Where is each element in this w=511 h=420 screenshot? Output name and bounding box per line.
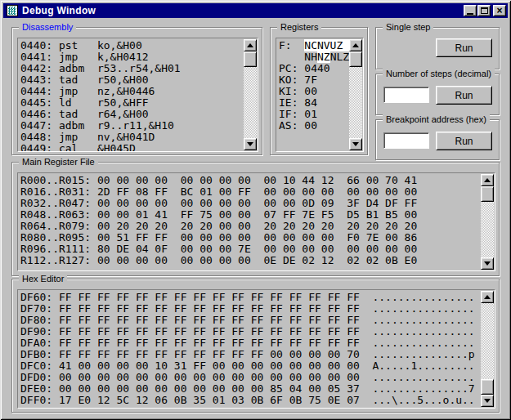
scroll-track[interactable]	[481, 202, 494, 257]
scroll-up-button[interactable]	[244, 39, 257, 51]
hex-editor-line: DF70: FF FF FF FF FF FF FF FF FF FF FF F…	[20, 303, 495, 315]
disassembly-line: 0441: jmp k,&H0412	[20, 51, 258, 63]
disassembly-listbox[interactable]: 0440: pst ko,&H000441: jmp k,&H04120442:…	[17, 38, 258, 152]
flags-prefix: F:	[279, 39, 304, 51]
scroll-thumb[interactable]	[349, 51, 362, 67]
scroll-up-button[interactable]	[349, 39, 362, 51]
breakpoint-run-button[interactable]: Run	[436, 132, 492, 150]
hex-editor-line: DFB0: FF FF FF FF FF FF FF FF FF FF FF 0…	[20, 349, 495, 360]
hex-editor-line: DFD0: 00 00 00 00 00 00 00 00 00 00 00 0…	[20, 372, 495, 383]
scroll-thumb[interactable]	[481, 186, 494, 202]
register-file-line: R016..R031: 2D FF 08 FF BC 01 00 FF 00 0…	[20, 186, 495, 198]
maximize-button[interactable]	[477, 5, 491, 16]
registers-group: Registers F: NCNVUZ NHNZNLZ PC: 0440KO: …	[270, 27, 368, 155]
scroll-track[interactable]	[349, 67, 362, 138]
flags-pre: NH	[304, 51, 317, 63]
disassembly-label: Disassembly	[19, 22, 76, 33]
disassembly-line: 0445: ld r50,&HFF	[20, 97, 258, 109]
registers-label: Registers	[277, 22, 321, 33]
register-file-line: R096..R111: 80 DE 04 0F 00 00 00 7E 00 0…	[20, 244, 495, 255]
hex-editor-listbox[interactable]: DF60: FF FF FF FF FF FF FF FF FF FF FF F…	[17, 289, 495, 409]
register-file-line: R080..R095: 00 51 FF FF 00 00 00 00 00 0…	[20, 232, 495, 244]
disassembly-line: 0446: tad r64,&H00	[20, 109, 258, 120]
window-title: Debug Window	[22, 5, 464, 16]
scroll-down-icon	[484, 399, 491, 403]
close-button[interactable]: ×	[493, 5, 506, 16]
scroll-down-button[interactable]	[349, 138, 362, 150]
disassembly-line: 0442: adbm r53..r54,&H01	[20, 63, 258, 74]
number-of-steps-run-button[interactable]: Run	[436, 86, 492, 105]
hex-editor-line: DF80: FF FF FF FF FF FF FF FF FF FF FF F…	[20, 315, 495, 326]
scroll-up-icon	[484, 295, 491, 299]
app-icon[interactable]	[7, 5, 18, 16]
disassembly-group: Disassembly 0440: pst ko,&H000441: jmp k…	[11, 27, 262, 155]
breakpoint-label: Breakpoint address (hex)	[383, 114, 490, 125]
register-file-lines: R000..R015: 00 00 00 00 00 00 00 00 00 1…	[20, 175, 495, 266]
hex-editor-line: DF60: FF FF FF FF FF FF FF FF FF FF FF F…	[20, 292, 495, 303]
breakpoint-group: Breakpoint address (hex) Run	[375, 119, 500, 160]
scroll-down-icon	[247, 142, 253, 146]
scroll-up-icon	[247, 43, 253, 47]
disassembly-line: 0448: jmp nv,&H041D	[20, 132, 258, 143]
number-of-steps-input[interactable]	[383, 87, 429, 103]
register-file-line: R048..R063: 00 00 01 41 FF 75 00 00 07 F…	[20, 209, 495, 221]
hex-editor-line: DF90: FF FF FF FF FF FF FF FF FF FF FF F…	[20, 326, 495, 337]
disassembly-line: 0444: jmp nz,&H0446	[20, 86, 258, 97]
hex-editor-group: Hex Editor DF60: FF FF FF FF FF FF FF FF…	[11, 279, 500, 413]
scroll-thumb[interactable]	[244, 51, 257, 67]
scroll-up-button[interactable]	[481, 291, 494, 303]
registers-listbox[interactable]: F: NCNVUZ NHNZNLZ PC: 0440KO: 7FKI: 00IE…	[276, 38, 364, 152]
main-register-file-scrollbar[interactable]	[481, 174, 494, 270]
main-register-file-group: Main Register File R000..R015: 00 00 00 …	[11, 162, 500, 276]
hex-editor-line: DFC0: 41 00 00 00 00 10 31 FF 00 00 00 0…	[20, 360, 495, 372]
disassembly-line: 0449: cal &H045D	[20, 143, 258, 152]
debug-window: Debug Window × Disassembly 0440: pst ko,…	[0, 0, 511, 420]
scroll-down-icon	[352, 142, 359, 146]
main-register-file-label: Main Register File	[19, 157, 98, 168]
flags-highlighted: NCNVUZ	[304, 39, 349, 51]
hex-editor-line: DFE0: 00 00 00 00 00 00 00 00 00 00 00 8…	[20, 383, 495, 395]
register-file-line: R112..R127: 00 00 00 00 00 00 00 00 0E D…	[20, 255, 495, 266]
hex-editor-line: DFA0: FF FF FF FF FF FF FF FF FF FF FF F…	[20, 337, 495, 349]
minimize-button[interactable]	[464, 5, 477, 16]
maximize-icon	[481, 7, 488, 14]
title-bar[interactable]: Debug Window ×	[3, 3, 508, 18]
hex-editor-lines: DF60: FF FF FF FF FF FF FF FF FF FF FF F…	[20, 292, 495, 406]
scroll-track[interactable]	[244, 67, 257, 138]
scroll-track[interactable]	[481, 303, 494, 379]
scroll-up-icon	[484, 178, 491, 182]
main-register-file-listbox[interactable]: R000..R015: 00 00 00 00 00 00 00 00 00 1…	[17, 172, 495, 271]
number-of-steps-group: Number of steps (decimal) Run	[375, 74, 500, 115]
scroll-thumb[interactable]	[481, 379, 494, 395]
disassembly-lines: 0440: pst ko,&H000441: jmp k,&H04120442:…	[20, 40, 258, 152]
register-file-line: R032..R047: 00 00 00 00 00 00 00 00 00 0…	[20, 198, 495, 209]
disassembly-scrollbar[interactable]	[244, 39, 257, 150]
app-icon-grid	[8, 7, 16, 15]
scroll-down-icon	[484, 261, 491, 266]
scroll-up-icon	[352, 43, 359, 47]
number-of-steps-label: Number of steps (decimal)	[383, 69, 495, 79]
scroll-down-button[interactable]	[481, 257, 494, 270]
disassembly-line: 0443: tad r50,&H00	[20, 74, 258, 86]
breakpoint-address-input[interactable]	[383, 132, 429, 149]
scroll-up-button[interactable]	[481, 174, 494, 186]
single-step-label: Single step	[383, 22, 433, 33]
hex-editor-line: DFF0: 17 E0 12 5C 12 06 0B 35 01 03 0B 6…	[20, 395, 495, 406]
flags-post: NLZ	[330, 51, 349, 63]
minimize-icon	[467, 13, 473, 15]
scroll-down-button[interactable]	[244, 138, 257, 150]
flags-indent	[279, 51, 304, 63]
single-step-run-button[interactable]: Run	[436, 38, 492, 57]
registers-scrollbar[interactable]	[349, 39, 362, 150]
disassembly-line: 0447: adbm r9..r11,&H10	[20, 120, 258, 132]
flags-highlighted: NZ	[317, 51, 330, 63]
single-step-group: Single step Run	[375, 27, 500, 69]
close-icon: ×	[496, 7, 502, 15]
scroll-down-button[interactable]	[481, 395, 494, 407]
register-file-line: R064..R079: 00 20 20 20 20 20 00 00 20 2…	[20, 221, 495, 232]
hex-editor-scrollbar[interactable]	[481, 291, 494, 407]
hex-editor-label: Hex Editor	[19, 274, 67, 284]
register-file-line: R000..R015: 00 00 00 00 00 00 00 00 00 1…	[20, 175, 495, 186]
disassembly-line: 0440: pst ko,&H00	[20, 40, 258, 51]
